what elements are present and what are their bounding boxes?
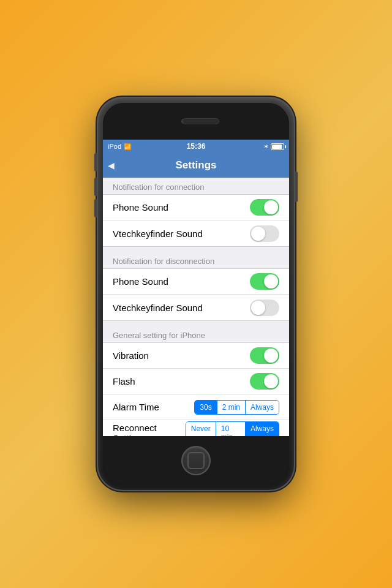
status-bar: iPod 📶 15:36 ✶ xyxy=(103,140,289,153)
toggle-phone-sound-disconn[interactable] xyxy=(250,273,279,290)
spacer xyxy=(103,247,289,252)
setting-label-alarm-time: Alarm Time xyxy=(113,402,159,412)
list-item: Vtechkeyfinder Sound xyxy=(103,295,289,320)
section-group-disconnection: Phone Sound Vtechkeyfinder Sound xyxy=(103,268,289,321)
section-group-general: Vibration Flash Alarm Time xyxy=(103,342,289,436)
carrier-label: iPod xyxy=(108,143,121,150)
alarm-time-segment[interactable]: 30s 2 min Always xyxy=(194,400,279,415)
setting-label-vibration: Vibration xyxy=(113,350,149,361)
section-header-general: General setting for iPhone xyxy=(103,326,289,342)
bluetooth-icon: ✶ xyxy=(263,143,269,151)
toggle-phone-sound-conn[interactable] xyxy=(250,199,279,216)
toggle-knob xyxy=(264,200,278,214)
back-arrow-icon: ◀ xyxy=(108,160,115,170)
toggle-knob xyxy=(251,301,265,315)
phone-frame: iPod 📶 15:36 ✶ ◀ Settings xyxy=(98,98,294,490)
toggle-vibration[interactable] xyxy=(250,347,279,364)
toggle-vtech-sound-conn[interactable] xyxy=(250,225,279,242)
settings-content: Notification for connection Phone Sound … xyxy=(103,178,289,436)
section-group-connection: Phone Sound Vtechkeyfinder Sound xyxy=(103,194,289,247)
wifi-icon: 📶 xyxy=(124,143,131,150)
reconnect-segment[interactable]: Never 10 min Always xyxy=(186,421,279,437)
list-item: Vibration xyxy=(103,343,289,369)
status-right: ✶ xyxy=(263,143,284,151)
battery-icon xyxy=(271,143,284,150)
segment-btn-10min[interactable]: 10 min xyxy=(216,422,246,437)
status-left: iPod 📶 xyxy=(108,143,131,150)
list-item: Reconnect Setting Never 10 min Always xyxy=(103,420,289,436)
list-item: Phone Sound xyxy=(103,269,289,295)
battery-fill xyxy=(272,145,282,149)
setting-label-vtech-sound-disconn: Vtechkeyfinder Sound xyxy=(113,303,203,313)
toggle-knob xyxy=(264,374,278,388)
segment-btn-2min[interactable]: 2 min xyxy=(217,401,246,414)
nav-bar: ◀ Settings xyxy=(103,153,289,178)
list-item: Phone Sound xyxy=(103,195,289,221)
back-button[interactable]: ◀ xyxy=(108,160,115,170)
setting-label-reconnect: Reconnect Setting xyxy=(113,423,186,437)
top-bezel xyxy=(103,103,289,140)
screen: iPod 📶 15:36 ✶ ◀ Settings xyxy=(103,140,289,436)
setting-label-phone-sound-disconn: Phone Sound xyxy=(113,276,168,287)
toggle-knob xyxy=(264,349,278,363)
toggle-knob xyxy=(251,227,265,241)
status-time: 15:36 xyxy=(187,142,206,151)
setting-label-flash: Flash xyxy=(113,376,135,386)
toggle-knob xyxy=(264,274,278,288)
segment-btn-always-alarm[interactable]: Always xyxy=(246,401,279,414)
list-item: Flash xyxy=(103,369,289,394)
segment-btn-never[interactable]: Never xyxy=(186,422,216,437)
speaker xyxy=(183,118,219,124)
spacer xyxy=(103,321,289,326)
toggle-flash[interactable] xyxy=(250,373,279,390)
segment-btn-30s[interactable]: 30s xyxy=(195,401,217,414)
list-item: Vtechkeyfinder Sound xyxy=(103,221,289,246)
section-header-disconnection: Notification for disconnection xyxy=(103,252,289,268)
list-item: Alarm Time 30s 2 min Always xyxy=(103,394,289,420)
bottom-bezel xyxy=(103,436,289,485)
home-button[interactable] xyxy=(181,446,211,475)
home-button-inner xyxy=(187,452,205,469)
segment-btn-always-reconnect[interactable]: Always xyxy=(246,422,279,437)
section-header-connection: Notification for connection xyxy=(103,178,289,194)
setting-label-vtech-sound-conn: Vtechkeyfinder Sound xyxy=(113,228,203,239)
page-title: Settings xyxy=(175,159,216,172)
toggle-vtech-sound-disconn[interactable] xyxy=(250,300,279,316)
setting-label-phone-sound-conn: Phone Sound xyxy=(113,202,168,213)
